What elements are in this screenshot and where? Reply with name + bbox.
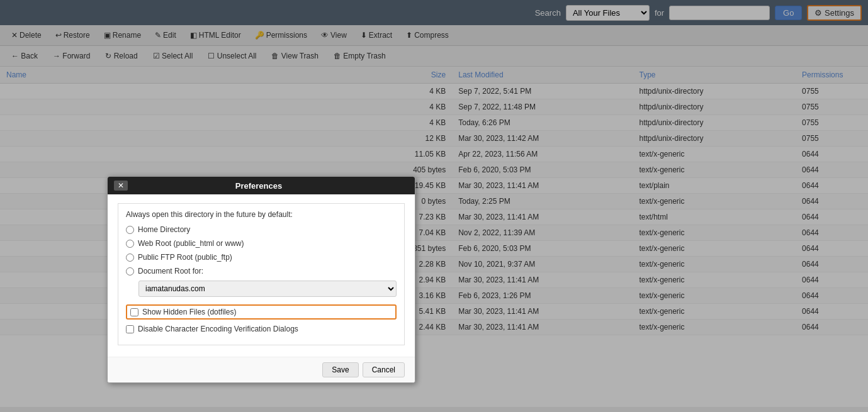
modal-scroll-area: Always open this directory in the future…	[118, 203, 405, 345]
radio-webroot-label: Web Root (public_html or www)	[138, 239, 244, 248]
domain-dropdown[interactable]: iamatanudas.com	[138, 281, 397, 297]
radio-ftproot-label: Public FTP Root (public_ftp)	[138, 253, 232, 262]
modal-close-button[interactable]: ✕	[114, 181, 128, 191]
radio-docroot-label: Document Root for:	[138, 267, 203, 276]
radio-home-label: Home Directory	[138, 225, 190, 234]
radio-docroot: Document Root for:	[126, 267, 397, 276]
show-hidden-label: Show Hidden Files (dotfiles)	[142, 308, 236, 316]
modal-body: Always open this directory in the future…	[108, 194, 415, 357]
radio-docroot-input[interactable]	[126, 267, 134, 276]
show-hidden-row: Show Hidden Files (dotfiles)	[126, 304, 397, 320]
domain-select-container: iamatanudas.com	[138, 281, 397, 297]
cancel-button[interactable]: Cancel	[363, 362, 405, 377]
preferences-modal: ✕ Preferences Always open this directory…	[107, 176, 415, 383]
modal-section-label: Always open this directory in the future…	[126, 210, 397, 219]
disable-encoding-checkbox[interactable]	[126, 325, 134, 333]
save-button[interactable]: Save	[322, 362, 358, 377]
disable-encoding-row: Disable Character Encoding Verification …	[126, 325, 397, 333]
show-hidden-checkbox[interactable]	[130, 308, 138, 316]
radio-home: Home Directory	[126, 225, 397, 234]
modal-footer: Save Cancel	[108, 357, 415, 382]
radio-ftproot-input[interactable]	[126, 253, 134, 262]
modal-title: Preferences	[128, 181, 390, 191]
modal-overlay: ✕ Preferences Always open this directory…	[0, 0, 868, 407]
radio-webroot: Web Root (public_html or www)	[126, 239, 397, 248]
modal-header: ✕ Preferences	[108, 177, 415, 194]
radio-ftproot: Public FTP Root (public_ftp)	[126, 253, 397, 262]
radio-webroot-input[interactable]	[126, 240, 134, 248]
radio-home-input[interactable]	[126, 226, 134, 234]
disable-encoding-label: Disable Character Encoding Verification …	[138, 325, 298, 333]
